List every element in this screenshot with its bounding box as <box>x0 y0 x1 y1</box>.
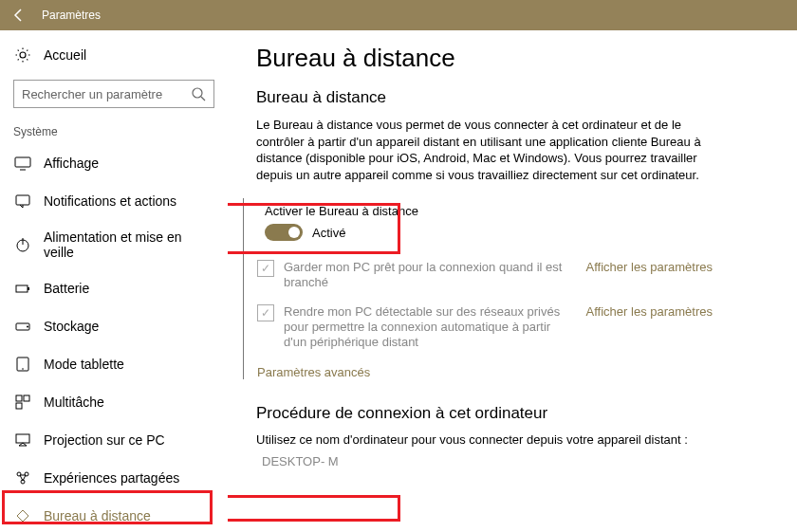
display-icon <box>13 154 32 173</box>
remote-desktop-toggle[interactable]: Activé <box>265 224 418 241</box>
search-icon <box>191 86 206 101</box>
sidebar: Accueil Système Affichage Notifications … <box>0 30 228 532</box>
sidebar-item-power[interactable]: Alimentation et mise en veille <box>0 220 228 269</box>
description-text: Le Bureau à distance vous permet de vous… <box>256 117 712 183</box>
toggle-area: Activer le Bureau à distance Activé <box>257 198 426 247</box>
svg-rect-16 <box>16 434 29 443</box>
toggle-knob <box>288 227 300 238</box>
storage-icon <box>13 317 32 336</box>
nav-label: Batterie <box>44 281 89 296</box>
tablet-icon <box>13 355 32 374</box>
sidebar-item-battery[interactable]: Batterie <box>0 269 228 307</box>
nav-label: Stockage <box>44 319 99 334</box>
sidebar-item-multitask[interactable]: Multitâche <box>0 383 228 421</box>
home-label: Accueil <box>44 47 86 63</box>
toggle-label: Activer le Bureau à distance <box>265 204 418 218</box>
toggle-switch[interactable] <box>265 224 303 241</box>
nav-label: Notifications et actions <box>44 193 176 209</box>
sidebar-item-affichage[interactable]: Affichage <box>0 144 228 182</box>
pc-name-box: DESKTOP- M <box>256 450 344 472</box>
section-label: Système <box>0 125 228 144</box>
highlight-pcname <box>228 495 400 522</box>
connection-section-title: Procédure de connexion à cet ordinateur <box>256 404 784 423</box>
power-icon <box>13 235 32 254</box>
advanced-settings-link[interactable]: Paramètres avancés <box>257 365 370 379</box>
option-discoverable: ✓ Rendre mon PC détectable sur des résea… <box>257 304 713 351</box>
svg-point-0 <box>193 88 202 98</box>
show-settings-link[interactable]: Afficher les paramètres <box>586 260 713 274</box>
nav-label: Affichage <box>44 156 99 171</box>
svg-rect-8 <box>28 287 29 290</box>
gear-icon <box>13 46 32 64</box>
checkbox-icon[interactable]: ✓ <box>257 304 274 321</box>
sidebar-item-tablet[interactable]: Mode tablette <box>0 345 228 383</box>
page-title: Bureau à distance <box>256 44 784 73</box>
show-settings-link[interactable]: Afficher les paramètres <box>586 304 713 319</box>
toggle-state: Activé <box>312 226 345 240</box>
home-button[interactable]: Accueil <box>0 38 228 72</box>
section-title: Bureau à distance <box>256 88 784 107</box>
nav-label: Projection sur ce PC <box>44 432 165 448</box>
pc-name: DESKTOP- M <box>262 454 339 468</box>
svg-rect-4 <box>16 195 29 205</box>
option-text: Garder mon PC prêt pour la connexion qua… <box>284 260 586 291</box>
main-panel: Bureau à distance Bureau à distance Le B… <box>228 30 797 532</box>
nav-label: Multitâche <box>44 394 104 410</box>
svg-rect-13 <box>16 395 22 401</box>
svg-point-10 <box>27 326 28 328</box>
svg-rect-2 <box>15 157 30 167</box>
search-input[interactable] <box>22 87 191 101</box>
projection-icon <box>13 431 32 449</box>
multitask-icon <box>13 393 32 412</box>
svg-rect-15 <box>16 403 22 409</box>
remote-desktop-icon <box>13 506 32 525</box>
sidebar-item-shared[interactable]: Expériences partagées <box>0 459 228 497</box>
titlebar: Paramètres <box>0 0 797 30</box>
svg-rect-7 <box>16 285 28 292</box>
nav-label: Alimentation et mise en veille <box>44 229 214 260</box>
option-text: Rendre mon PC détectable sur des réseaux… <box>284 304 586 351</box>
svg-point-12 <box>22 368 24 370</box>
checkbox-icon[interactable]: ✓ <box>257 260 274 277</box>
sidebar-item-remote-desktop[interactable]: Bureau à distance <box>0 497 228 532</box>
svg-line-1 <box>201 97 205 101</box>
sidebar-item-notifications[interactable]: Notifications et actions <box>0 182 228 220</box>
nav-label: Expériences partagées <box>44 470 179 486</box>
svg-rect-14 <box>24 395 29 401</box>
battery-icon <box>13 279 32 298</box>
sidebar-item-storage[interactable]: Stockage <box>0 307 228 345</box>
search-box[interactable] <box>13 80 214 108</box>
shared-icon <box>13 468 32 487</box>
notifications-icon <box>13 192 32 211</box>
connection-description: Utilisez ce nom d'ordinateur pour vous c… <box>256 432 712 447</box>
nav-label: Bureau à distance <box>44 508 151 523</box>
nav-label: Mode tablette <box>44 357 124 372</box>
back-button[interactable] <box>0 0 38 30</box>
sidebar-item-projection[interactable]: Projection sur ce PC <box>0 421 228 459</box>
window-title: Paramètres <box>42 9 101 22</box>
option-keep-awake: ✓ Garder mon PC prêt pour la connexion q… <box>257 260 713 291</box>
